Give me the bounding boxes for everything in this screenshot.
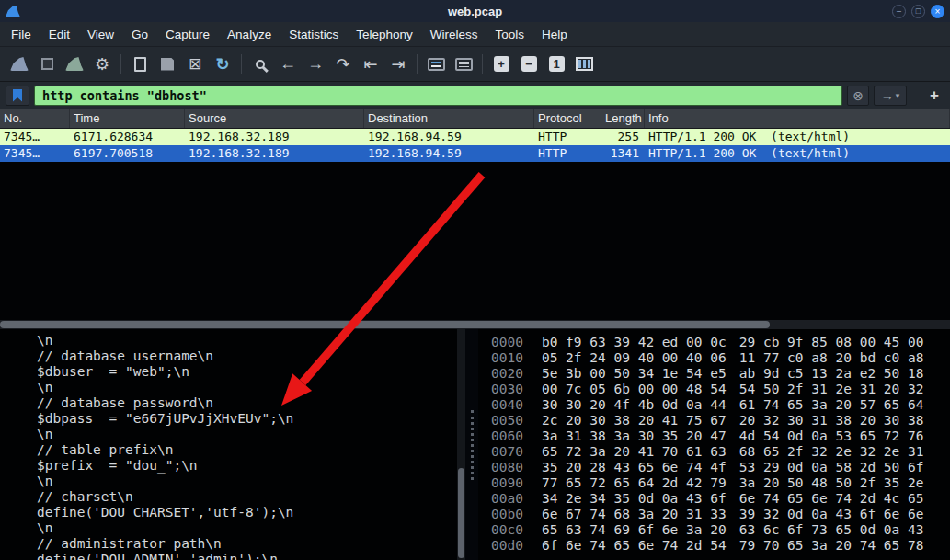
packet-row-selected[interactable]: 7345… 6197.700518 192.168.32.189 192.168…: [0, 145, 950, 162]
find-packet-icon[interactable]: [246, 51, 274, 76]
hex-bytes-left: b0 f9 63 39 42 ed 00 0c: [542, 335, 727, 349]
capture-options-icon[interactable]: ⚙: [88, 51, 116, 76]
hex-row[interactable]: 00502c 20 30 38 20 41 75 6720 32 30 31 3…: [491, 413, 950, 429]
auto-scroll-icon[interactable]: [450, 51, 477, 76]
display-filter-bar: ⊗ → ▾ +: [0, 82, 950, 109]
hex-row[interactable]: 001005 2f 24 09 40 00 40 0611 77 c0 a8 2…: [491, 350, 950, 366]
go-to-packet-icon[interactable]: ↷: [329, 51, 357, 76]
menu-item-view[interactable]: View: [87, 28, 114, 41]
go-forward-icon[interactable]: →: [302, 51, 329, 76]
hex-row[interactable]: 004030 30 20 4f 4b 0d 0a 4461 74 65 3a 2…: [491, 397, 950, 413]
hex-row[interactable]: 009077 65 72 65 64 2d 42 793a 20 50 48 5…: [491, 475, 950, 491]
detail-line[interactable]: \n: [37, 520, 452, 536]
go-first-packet-icon[interactable]: ⇤: [357, 51, 384, 76]
detail-line[interactable]: $prefix = "dou_";\n: [37, 458, 452, 474]
column-header-protocol[interactable]: Protocol: [534, 109, 601, 128]
column-header-info[interactable]: Info: [645, 109, 950, 128]
display-filter-input[interactable]: [34, 86, 842, 106]
packet-protocol: HTTP: [534, 145, 601, 162]
zoom-in-icon[interactable]: +: [487, 51, 515, 76]
hex-offset: 0080: [491, 460, 523, 474]
column-header-destination[interactable]: Destination: [364, 109, 534, 128]
detail-line[interactable]: // table prefix\n: [37, 442, 452, 458]
hex-row[interactable]: 00a034 2e 34 35 0d 0a 43 6f6e 74 65 6e 7…: [491, 491, 950, 507]
horizontal-scrollbar-thumb[interactable]: [0, 321, 770, 328]
details-vertical-scrollbar[interactable]: [457, 329, 465, 560]
packet-row[interactable]: 7345… 6171.628634 192.168.32.189 192.168…: [0, 129, 950, 145]
hex-offset: 00b0: [491, 507, 523, 521]
minimize-button[interactable]: –: [892, 5, 906, 18]
details-scrollbar-thumb[interactable]: [458, 468, 464, 558]
detail-line[interactable]: \n: [37, 380, 452, 395]
hex-row[interactable]: 00205e 3b 00 50 34 1e 54 e5ab 9d c5 13 2…: [491, 366, 950, 382]
hex-row[interactable]: 00d06f 6e 74 65 6e 74 2d 5479 70 65 3a 2…: [491, 538, 950, 554]
hex-row[interactable]: 003000 7c 05 6b 00 00 48 5454 50 2f 31 2…: [491, 382, 950, 397]
hex-row[interactable]: 00603a 31 38 3a 30 35 20 474d 54 0d 0a 5…: [491, 429, 950, 444]
hex-row[interactable]: 00b06e 67 74 68 3a 20 31 3339 32 0d 0a 4…: [491, 507, 950, 522]
go-back-icon[interactable]: ←: [274, 51, 302, 76]
menu-item-go[interactable]: Go: [132, 28, 148, 41]
hex-bytes-left: 65 63 74 69 6f 6e 3a 20: [542, 522, 727, 537]
colorize-packets-icon[interactable]: [422, 51, 450, 76]
detail-line-dbpass[interactable]: $dbpass = "e667jUPvJjXHvEUv";\n: [37, 411, 452, 427]
menu-item-tools[interactable]: Tools: [495, 28, 524, 41]
menu-item-telephony[interactable]: Telephony: [356, 28, 413, 41]
zoom-out-icon[interactable]: −: [515, 51, 543, 76]
column-header-source[interactable]: Source: [185, 109, 364, 128]
detail-line[interactable]: \n: [37, 474, 452, 489]
packet-info: HTTP/1.1 200 OK (text/html): [645, 129, 950, 145]
resize-columns-icon[interactable]: [570, 51, 598, 76]
menu-item-statistics[interactable]: Statistics: [289, 28, 338, 41]
wireshark-window: web.pcap – □ × File Edit View Go Capture…: [0, 0, 950, 560]
filter-bookmark-button[interactable]: [6, 86, 29, 106]
start-capture-icon[interactable]: [6, 51, 33, 76]
column-header-time[interactable]: Time: [70, 109, 185, 128]
hex-row[interactable]: 008035 20 28 43 65 6e 74 4f53 29 0d 0a 5…: [491, 460, 950, 475]
hex-bytes-right: 68 65 2f 32 2e 32 2e 31: [739, 444, 924, 459]
detail-line[interactable]: // administrator path\n: [37, 536, 452, 552]
detail-line[interactable]: \n: [37, 427, 452, 442]
hex-row[interactable]: 0000b0 f9 63 39 42 ed 00 0c29 cb 9f 85 0…: [491, 335, 950, 350]
hex-offset: 0010: [491, 350, 523, 365]
horizontal-scrollbar[interactable]: [0, 320, 950, 329]
detail-line[interactable]: // database password\n: [37, 395, 452, 411]
restart-capture-icon[interactable]: [61, 51, 88, 76]
detail-line[interactable]: define('DOU_CHARSET','utf-8');\n: [37, 505, 452, 520]
splitter-handle-icon: [471, 410, 474, 480]
hex-offset: 0020: [491, 366, 523, 381]
menu-item-capture[interactable]: Capture: [166, 28, 210, 41]
detail-line[interactable]: // charset\n: [37, 489, 452, 505]
go-last-packet-icon[interactable]: ⇥: [384, 51, 412, 76]
detail-line[interactable]: // database username\n: [37, 349, 452, 364]
zoom-reset-icon[interactable]: 1: [543, 51, 570, 76]
hex-bytes-left: 77 65 72 65 64 2d 42 79: [542, 475, 727, 490]
close-file-icon[interactable]: ⊠: [181, 51, 209, 76]
reload-icon[interactable]: ↻: [209, 51, 236, 76]
detail-line[interactable]: \n: [37, 333, 452, 349]
menu-item-file[interactable]: File: [11, 28, 31, 41]
stop-capture-icon[interactable]: [33, 51, 61, 76]
filter-clear-button[interactable]: ⊗: [847, 86, 869, 106]
pane-splitter[interactable]: [465, 329, 478, 560]
detail-line[interactable]: define('DOU_ADMIN','admin');\n: [37, 552, 452, 560]
filter-add-button[interactable]: +: [924, 86, 944, 106]
chevron-down-icon: ▾: [896, 91, 900, 100]
hex-row[interactable]: 007065 72 3a 20 41 70 61 6368 65 2f 32 2…: [491, 444, 950, 460]
maximize-button[interactable]: □: [911, 5, 925, 18]
column-header-no[interactable]: No.: [0, 109, 70, 128]
detail-line[interactable]: $dbuser = "web";\n: [37, 364, 452, 380]
menu-item-help[interactable]: Help: [542, 28, 567, 41]
hex-offset: 00d0: [491, 538, 523, 553]
open-file-icon[interactable]: [126, 51, 154, 76]
packet-list-header: No. Time Source Destination Protocol Len…: [0, 109, 950, 129]
packet-protocol: HTTP: [534, 129, 601, 145]
hex-offset: 0000: [491, 335, 523, 349]
save-file-icon[interactable]: [154, 51, 181, 76]
menu-item-analyze[interactable]: Analyze: [227, 28, 271, 41]
hex-row[interactable]: 00c065 63 74 69 6f 6e 3a 2063 6c 6f 73 6…: [491, 522, 950, 538]
close-button[interactable]: ×: [931, 5, 944, 18]
column-header-length[interactable]: Length: [601, 109, 645, 128]
menu-item-edit[interactable]: Edit: [49, 28, 70, 41]
menu-item-wireless[interactable]: Wireless: [430, 28, 478, 41]
filter-apply-button[interactable]: → ▾: [874, 86, 907, 106]
